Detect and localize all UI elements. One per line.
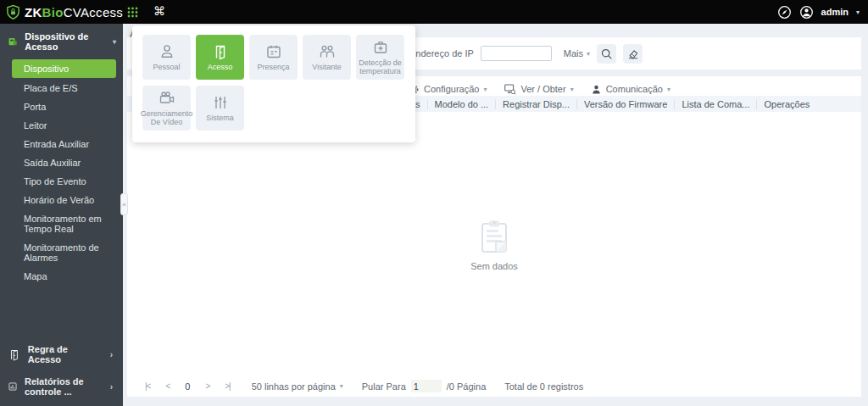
sidebar-item-mapa[interactable]: Mapa <box>0 267 123 286</box>
sidebar-collapse-handle[interactable]: « <box>120 193 128 215</box>
device-toolbar: Configuração ▾ Ver / Obter ▾ <box>409 83 670 95</box>
medical-kit-icon <box>372 39 389 56</box>
door-icon <box>212 43 229 60</box>
sidebar-item-porta[interactable]: Porta <box>0 97 123 116</box>
ip-address-input[interactable] <box>481 46 552 61</box>
chevron-down-icon: ▾ <box>113 38 116 46</box>
access-device-icon <box>8 36 18 48</box>
shield-logo-icon <box>6 4 20 20</box>
sidebar-bottom-sections: Regra de Acesso › Relatórios de controle… <box>0 338 123 403</box>
sidebar-item-entrada-auxiliar[interactable]: Entrada Auxiliar <box>0 135 123 153</box>
sidebar-bottom-label: Relatórios de controle ... <box>25 376 103 397</box>
chevron-right-icon: › <box>110 382 113 392</box>
apps-grid-icon[interactable] <box>127 7 138 18</box>
chevron-down-icon: ▾ <box>570 86 574 93</box>
chevron-right-icon: › <box>110 350 113 359</box>
pagination-bar: |< < 0 > >| 50 linhas por página ▾ Pular… <box>137 380 583 392</box>
sidebar-item-monitoramento-tempo-real[interactable]: Monitoramento em Tempo Real <box>0 209 123 238</box>
sidebar-bottom-label: Regra de Acesso <box>28 344 103 364</box>
person-bust-icon <box>591 84 602 95</box>
top-bar: ZKBioCVAccess ⌘ admin ▾ <box>0 0 868 24</box>
explore-compass-icon[interactable] <box>777 5 792 19</box>
monitor-search-icon <box>504 83 516 95</box>
sidebar-item-monitoramento-alarmes[interactable]: Monitoramento de Alarmes <box>0 238 123 267</box>
app-logo: ZKBioCVAccess <box>0 4 123 20</box>
top-bar-right: admin ▾ <box>777 0 860 24</box>
module-tile-visitante[interactable]: Visitante <box>303 35 351 80</box>
sidebar-item-dispositivo[interactable]: Dispositivo <box>12 59 116 78</box>
sidebar-item-saida-auxiliar[interactable]: Saída Auxiliar <box>0 153 123 172</box>
sidebar: Dispositivo de Acesso ▾ Dispositivo Plac… <box>0 24 123 406</box>
table-column-versao-firmware[interactable]: Versão do Firmware <box>576 99 674 109</box>
module-tile-deteccao-temperatura[interactable]: Detecção de temperatura <box>356 35 404 80</box>
chevron-down-icon: ▾ <box>587 50 590 58</box>
jump-to-page-label: Pular Para <box>362 381 406 392</box>
ip-address-label: Endereço de IP <box>409 48 474 58</box>
table-column-lista-comandos[interactable]: Lista de Coma... <box>674 99 756 109</box>
empty-state: Sem dados <box>127 219 861 271</box>
chevron-down-icon: ▾ <box>667 86 670 93</box>
door-icon <box>8 348 20 361</box>
table-column-modelo[interactable]: Modelo do ... <box>427 99 496 109</box>
first-page-button[interactable]: |< <box>137 381 158 391</box>
person-icon <box>159 43 175 60</box>
visitors-icon <box>319 43 336 60</box>
main-area: Acesso « Endereço de IP Mais ▾ <box>123 24 868 406</box>
more-filters-button[interactable]: Mais ▾ <box>564 48 590 58</box>
last-page-button[interactable]: >| <box>217 381 237 391</box>
configuration-menu-button[interactable]: Configuração ▾ <box>409 84 487 95</box>
empty-state-label: Sem dados <box>470 261 518 271</box>
clear-filters-button[interactable] <box>623 44 643 64</box>
previous-page-button[interactable]: < <box>158 381 177 391</box>
sidebar-item-leitor[interactable]: Leitor <box>0 116 123 135</box>
next-page-button[interactable]: > <box>198 381 217 391</box>
sliders-icon <box>212 94 229 111</box>
total-records-label: Total de 0 registros <box>504 381 583 392</box>
module-tile-pessoal[interactable]: Pessoal <box>142 35 191 80</box>
sidebar-menu: Dispositivo Placa de E/S Porta Leitor En… <box>0 59 123 286</box>
module-tile-acesso[interactable]: Acesso <box>196 35 244 80</box>
table-column-operacoes[interactable]: Operações <box>756 99 816 109</box>
sidebar-item-tipo-evento[interactable]: Tipo de Evento <box>0 172 123 191</box>
module-tile-gerenciamento-video[interactable]: Gerenciamento De Vídeo <box>142 86 191 131</box>
sidebar-item-horario-verao[interactable]: Horário de Verão <box>0 191 123 209</box>
sidebar-section-regra-acesso[interactable]: Regra de Acesso › <box>0 338 123 370</box>
eraser-icon <box>627 47 639 59</box>
command-icon[interactable]: ⌘ <box>153 4 165 18</box>
calendar-icon <box>265 43 282 60</box>
video-camera-icon <box>158 90 176 107</box>
chevron-down-icon: ▾ <box>340 382 343 390</box>
view-get-menu-button[interactable]: Ver / Obter ▾ <box>504 83 573 95</box>
current-page-number: 0 <box>177 381 198 392</box>
user-menu-caret-icon[interactable]: ▾ <box>856 8 860 16</box>
rows-per-page-select[interactable]: 50 linhas por página ▾ <box>252 381 343 392</box>
app-title: ZKBioCVAccess <box>25 5 123 19</box>
page-count-label: /0 Página <box>447 381 486 392</box>
module-tile-sistema[interactable]: Sistema <box>196 86 244 131</box>
clipboard-icon <box>479 219 509 254</box>
sidebar-section-relatorios[interactable]: Relatórios de controle ... › <box>0 370 123 403</box>
chevron-down-icon: ▾ <box>483 86 487 93</box>
sidebar-item-placa-es[interactable]: Placa de E/S <box>0 79 123 97</box>
sidebar-section-label: Dispositivo de Acesso <box>25 31 106 52</box>
search-button[interactable] <box>597 44 616 64</box>
module-launcher-panel: Pessoal Acesso Presen <box>132 25 415 142</box>
sidebar-section-device-access[interactable]: Dispositivo de Acesso ▾ <box>0 24 123 58</box>
jump-to-page-input[interactable] <box>411 380 442 392</box>
admin-user-label[interactable]: admin <box>821 7 849 17</box>
communication-menu-button[interactable]: Comunicação ▾ <box>591 84 670 95</box>
user-avatar-icon[interactable] <box>799 5 814 19</box>
bar-chart-icon <box>8 381 17 392</box>
module-tile-presenca[interactable]: Presença <box>249 35 298 80</box>
table-column-registrar[interactable]: Registrar Disp... <box>495 99 576 109</box>
search-icon <box>600 47 613 60</box>
